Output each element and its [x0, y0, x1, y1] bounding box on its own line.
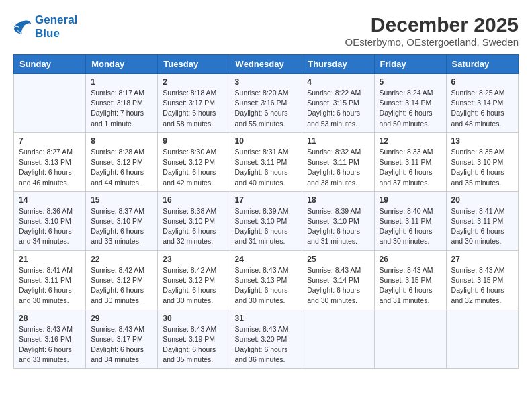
day-content: Sunrise: 8:32 AM Sunset: 3:11 PM Dayligh…	[307, 147, 369, 188]
day-content: Sunrise: 8:42 AM Sunset: 3:12 PM Dayligh…	[163, 265, 224, 306]
day-content: Sunrise: 8:30 AM Sunset: 3:12 PM Dayligh…	[163, 147, 224, 188]
day-number: 9	[163, 136, 224, 146]
logo-text: General Blue	[35, 13, 77, 40]
weekday-header-wednesday: Wednesday	[230, 55, 302, 74]
day-number: 8	[91, 136, 152, 146]
day-content: Sunrise: 8:39 AM Sunset: 3:10 PM Dayligh…	[307, 206, 369, 247]
day-content: Sunrise: 8:43 AM Sunset: 3:14 PM Dayligh…	[307, 265, 369, 306]
day-number: 7	[19, 136, 81, 146]
weekday-header-monday: Monday	[86, 55, 158, 74]
calendar-row-0: 1Sunrise: 8:17 AM Sunset: 3:18 PM Daylig…	[14, 74, 519, 133]
calendar-cell: 28Sunrise: 8:43 AM Sunset: 3:16 PM Dayli…	[14, 310, 86, 369]
day-number: 17	[235, 195, 298, 205]
calendar-cell: 20Sunrise: 8:41 AM Sunset: 3:11 PM Dayli…	[446, 191, 518, 250]
month-year-title: December 2025	[345, 13, 519, 36]
day-number: 15	[91, 195, 152, 205]
calendar-cell: 2Sunrise: 8:18 AM Sunset: 3:17 PM Daylig…	[158, 74, 230, 133]
calendar-cell: 13Sunrise: 8:35 AM Sunset: 3:10 PM Dayli…	[446, 132, 518, 191]
day-content: Sunrise: 8:39 AM Sunset: 3:10 PM Dayligh…	[235, 206, 298, 247]
calendar-cell: 10Sunrise: 8:31 AM Sunset: 3:11 PM Dayli…	[230, 132, 302, 191]
day-content: Sunrise: 8:27 AM Sunset: 3:13 PM Dayligh…	[19, 147, 81, 188]
weekday-header-friday: Friday	[374, 55, 446, 74]
day-content: Sunrise: 8:41 AM Sunset: 3:11 PM Dayligh…	[19, 265, 81, 306]
day-number: 19	[380, 195, 441, 205]
calendar-row-2: 14Sunrise: 8:36 AM Sunset: 3:10 PM Dayli…	[14, 191, 519, 250]
day-content: Sunrise: 8:43 AM Sunset: 3:19 PM Dayligh…	[163, 324, 224, 365]
day-number: 5	[380, 77, 441, 87]
day-number: 27	[451, 255, 513, 264]
day-number: 29	[91, 314, 152, 323]
day-content: Sunrise: 8:43 AM Sunset: 3:15 PM Dayligh…	[380, 265, 441, 306]
page-header: General Blue December 2025 OEsterbymo, O…	[13, 13, 519, 48]
day-number: 11	[307, 136, 369, 146]
day-content: Sunrise: 8:35 AM Sunset: 3:10 PM Dayligh…	[451, 147, 513, 188]
calendar-table: SundayMondayTuesdayWednesdayThursdayFrid…	[13, 54, 519, 369]
title-block: December 2025 OEsterbymo, OEstergoetland…	[345, 13, 519, 48]
day-content: Sunrise: 8:31 AM Sunset: 3:11 PM Dayligh…	[235, 147, 298, 188]
day-number: 2	[163, 77, 224, 87]
day-content: Sunrise: 8:42 AM Sunset: 3:12 PM Dayligh…	[91, 265, 152, 306]
day-number: 24	[235, 255, 298, 264]
calendar-cell: 27Sunrise: 8:43 AM Sunset: 3:15 PM Dayli…	[446, 250, 518, 310]
day-number: 16	[163, 195, 224, 205]
weekday-header-sunday: Sunday	[14, 55, 86, 74]
calendar-cell	[14, 74, 86, 133]
calendar-cell: 16Sunrise: 8:38 AM Sunset: 3:10 PM Dayli…	[158, 191, 230, 250]
calendar-row-1: 7Sunrise: 8:27 AM Sunset: 3:13 PM Daylig…	[14, 132, 519, 191]
calendar-cell: 31Sunrise: 8:43 AM Sunset: 3:20 PM Dayli…	[230, 310, 302, 369]
day-content: Sunrise: 8:33 AM Sunset: 3:11 PM Dayligh…	[380, 147, 441, 188]
day-content: Sunrise: 8:43 AM Sunset: 3:15 PM Dayligh…	[451, 265, 513, 306]
day-number: 26	[380, 255, 441, 264]
day-content: Sunrise: 8:40 AM Sunset: 3:11 PM Dayligh…	[380, 206, 441, 247]
day-content: Sunrise: 8:22 AM Sunset: 3:15 PM Dayligh…	[307, 88, 369, 129]
calendar-cell: 23Sunrise: 8:42 AM Sunset: 3:12 PM Dayli…	[158, 250, 230, 310]
calendar-cell: 25Sunrise: 8:43 AM Sunset: 3:14 PM Dayli…	[302, 250, 374, 310]
day-number: 13	[451, 136, 513, 146]
logo: General Blue	[13, 13, 77, 40]
day-content: Sunrise: 8:20 AM Sunset: 3:16 PM Dayligh…	[235, 88, 298, 129]
day-number: 12	[380, 136, 441, 146]
calendar-cell: 8Sunrise: 8:28 AM Sunset: 3:12 PM Daylig…	[86, 132, 158, 191]
weekday-header-thursday: Thursday	[302, 55, 374, 74]
day-number: 20	[451, 195, 513, 205]
day-content: Sunrise: 8:41 AM Sunset: 3:11 PM Dayligh…	[451, 206, 513, 247]
day-content: Sunrise: 8:28 AM Sunset: 3:12 PM Dayligh…	[91, 147, 152, 188]
calendar-cell: 14Sunrise: 8:36 AM Sunset: 3:10 PM Dayli…	[14, 191, 86, 250]
calendar-cell: 26Sunrise: 8:43 AM Sunset: 3:15 PM Dayli…	[374, 250, 446, 310]
calendar-row-4: 28Sunrise: 8:43 AM Sunset: 3:16 PM Dayli…	[14, 310, 519, 369]
day-content: Sunrise: 8:43 AM Sunset: 3:16 PM Dayligh…	[19, 324, 81, 365]
calendar-cell: 11Sunrise: 8:32 AM Sunset: 3:11 PM Dayli…	[302, 132, 374, 191]
calendar-cell: 22Sunrise: 8:42 AM Sunset: 3:12 PM Dayli…	[86, 250, 158, 310]
day-content: Sunrise: 8:43 AM Sunset: 3:13 PM Dayligh…	[235, 265, 298, 306]
day-content: Sunrise: 8:43 AM Sunset: 3:17 PM Dayligh…	[91, 324, 152, 365]
weekday-header-saturday: Saturday	[446, 55, 518, 74]
day-content: Sunrise: 8:43 AM Sunset: 3:20 PM Dayligh…	[235, 324, 298, 365]
day-content: Sunrise: 8:17 AM Sunset: 3:18 PM Dayligh…	[91, 88, 152, 129]
day-number: 6	[451, 77, 513, 87]
calendar-cell: 18Sunrise: 8:39 AM Sunset: 3:10 PM Dayli…	[302, 191, 374, 250]
calendar-cell: 6Sunrise: 8:25 AM Sunset: 3:14 PM Daylig…	[446, 74, 518, 133]
day-number: 28	[19, 314, 81, 323]
calendar-cell: 19Sunrise: 8:40 AM Sunset: 3:11 PM Dayli…	[374, 191, 446, 250]
calendar-cell: 24Sunrise: 8:43 AM Sunset: 3:13 PM Dayli…	[230, 250, 302, 310]
calendar-cell: 29Sunrise: 8:43 AM Sunset: 3:17 PM Dayli…	[86, 310, 158, 369]
day-number: 18	[307, 195, 369, 205]
calendar-cell: 30Sunrise: 8:43 AM Sunset: 3:19 PM Dayli…	[158, 310, 230, 369]
calendar-cell	[446, 310, 518, 369]
day-number: 31	[235, 314, 298, 323]
calendar-cell: 5Sunrise: 8:24 AM Sunset: 3:14 PM Daylig…	[374, 74, 446, 133]
day-number: 30	[163, 314, 224, 323]
day-number: 1	[91, 77, 152, 87]
calendar-cell: 9Sunrise: 8:30 AM Sunset: 3:12 PM Daylig…	[158, 132, 230, 191]
calendar-row-3: 21Sunrise: 8:41 AM Sunset: 3:11 PM Dayli…	[14, 250, 519, 310]
day-content: Sunrise: 8:38 AM Sunset: 3:10 PM Dayligh…	[163, 206, 224, 247]
day-number: 10	[235, 136, 298, 146]
day-content: Sunrise: 8:36 AM Sunset: 3:10 PM Dayligh…	[19, 206, 81, 247]
day-content: Sunrise: 8:24 AM Sunset: 3:14 PM Dayligh…	[380, 88, 441, 129]
weekday-header-tuesday: Tuesday	[158, 55, 230, 74]
day-content: Sunrise: 8:37 AM Sunset: 3:10 PM Dayligh…	[91, 206, 152, 247]
day-number: 3	[235, 77, 298, 87]
calendar-cell	[374, 310, 446, 369]
calendar-cell: 7Sunrise: 8:27 AM Sunset: 3:13 PM Daylig…	[14, 132, 86, 191]
calendar-cell: 15Sunrise: 8:37 AM Sunset: 3:10 PM Dayli…	[86, 191, 158, 250]
